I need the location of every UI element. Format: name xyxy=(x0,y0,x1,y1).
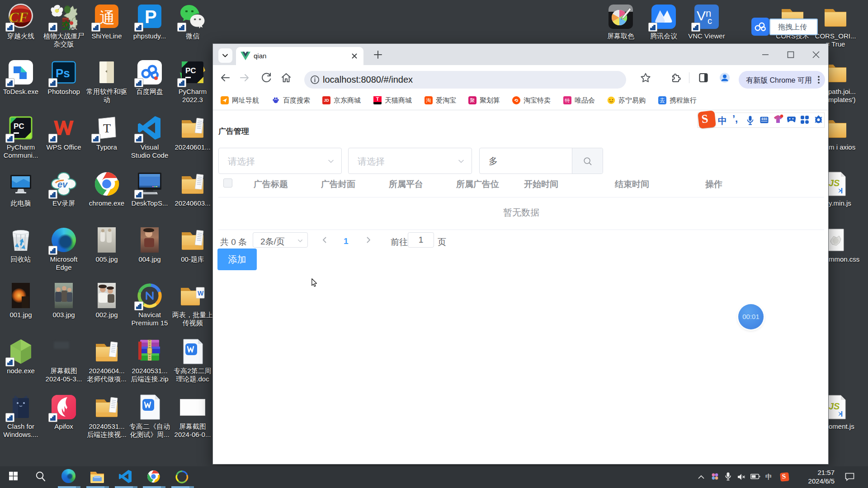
svg-text:c: c xyxy=(708,16,712,26)
svg-text:JS: JS xyxy=(829,401,840,411)
svg-text:PC: PC xyxy=(185,66,196,75)
svg-text:PC: PC xyxy=(14,122,24,131)
svg-text:V: V xyxy=(697,8,706,23)
svg-text:P: P xyxy=(145,7,157,27)
svg-text:Ps: Ps xyxy=(56,66,70,80)
svg-text:T: T xyxy=(103,121,111,135)
svg-text:W: W xyxy=(198,290,204,297)
svg-text:JS: JS xyxy=(829,178,840,188)
svg-text:通: 通 xyxy=(99,9,115,26)
svg-text:ev: ev xyxy=(57,179,68,189)
